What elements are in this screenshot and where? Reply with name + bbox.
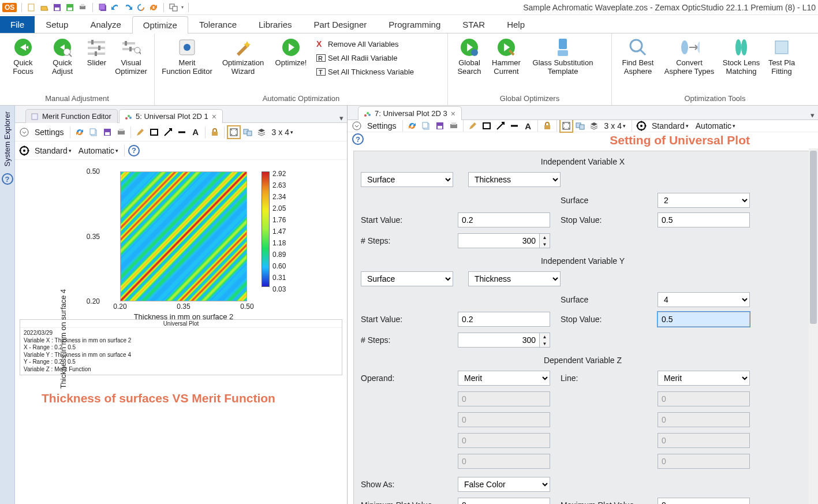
qat-saveas-icon[interactable] xyxy=(65,2,75,13)
window-icon-r[interactable] xyxy=(574,120,586,132)
save-icon[interactable] xyxy=(102,126,113,138)
max-plot-input[interactable] xyxy=(658,498,750,504)
settings-button-r[interactable]: Settings xyxy=(365,120,399,132)
fit-icon[interactable] xyxy=(228,126,240,138)
target-icon[interactable] xyxy=(18,145,30,156)
qat-refresh-icon[interactable] xyxy=(136,2,146,13)
scale-automatic-dropdown[interactable]: Automatic ▾ xyxy=(76,145,121,156)
save-icon-r[interactable] xyxy=(434,120,446,132)
rectangle-icon-r[interactable] xyxy=(481,120,492,132)
pencil-icon-r[interactable] xyxy=(467,120,479,132)
ivy-type-select[interactable]: Surface xyxy=(361,271,453,286)
dvz-operand-select[interactable]: Merit xyxy=(458,371,550,386)
scale-automatic-dropdown-r[interactable]: Automatic ▾ xyxy=(693,120,738,132)
print-icon-r[interactable] xyxy=(448,120,460,132)
stock-lens-matching-button[interactable]: Stock Lens Matching xyxy=(718,36,764,77)
menu-setup[interactable]: Setup xyxy=(35,16,79,33)
settings-collapse-icon[interactable] xyxy=(18,126,30,138)
ivx-stop-input[interactable] xyxy=(658,212,750,227)
print-icon[interactable] xyxy=(115,126,127,138)
window-icon[interactable] xyxy=(242,126,253,138)
quick-adjust-button[interactable]: Quick Adjust xyxy=(43,36,82,77)
ivx-surface-select[interactable]: 2 xyxy=(658,193,750,208)
settings-scrollbar[interactable] xyxy=(809,148,818,504)
test-plate-fitting-button[interactable]: Test Pla Fitting xyxy=(764,36,799,77)
menu-help[interactable]: Help xyxy=(496,16,536,33)
qat-undo-icon[interactable] xyxy=(110,2,121,13)
tab-universal-plot-2d-3[interactable]: 7: Universal Plot 2D 3 × xyxy=(358,106,462,120)
set-all-radii-button[interactable]: RSet All Radii Variable xyxy=(314,52,416,64)
min-plot-input[interactable] xyxy=(458,498,550,504)
menu-star[interactable]: STAR xyxy=(451,16,496,33)
refresh-icon-r[interactable] xyxy=(406,120,418,132)
menu-partdesigner[interactable]: Part Designer xyxy=(303,16,378,33)
qat-layout-icon[interactable] xyxy=(169,2,179,13)
qat-save-icon[interactable] xyxy=(52,2,62,13)
tab-uplot3-close-button[interactable]: × xyxy=(451,110,455,118)
convert-asphere-button[interactable]: Convert Asphere Types xyxy=(660,36,718,77)
menu-optimize[interactable]: Optimize xyxy=(132,16,188,33)
glass-substitution-button[interactable]: Glass Substitution Template xyxy=(525,36,600,77)
hammer-current-button[interactable]: Hammer Current xyxy=(487,36,525,77)
tab-universal-plot-2d-1[interactable]: 5: Universal Plot 2D 1 × xyxy=(119,109,223,123)
menu-libraries[interactable]: Libraries xyxy=(248,16,303,33)
system-explorer-help-icon[interactable]: ? xyxy=(2,173,13,185)
qat-saveall-icon[interactable] xyxy=(98,2,108,13)
copy-icon[interactable] xyxy=(88,126,99,138)
menu-analyze[interactable]: Analyze xyxy=(79,16,132,33)
show-as-select[interactable]: False Color xyxy=(458,477,550,492)
system-explorer-panel[interactable]: System Explorer ? xyxy=(0,106,15,504)
layers-icon-r[interactable] xyxy=(588,120,600,132)
menu-tolerance[interactable]: Tolerance xyxy=(188,16,248,33)
arrow-icon-r[interactable] xyxy=(495,120,506,132)
tab-list-dropdown-icon[interactable]: ▾ xyxy=(339,114,343,122)
slider-button[interactable]: Slider xyxy=(82,36,111,69)
rectangle-icon[interactable] xyxy=(148,126,160,138)
scale-standard-dropdown-r[interactable]: Standard ▾ xyxy=(649,120,691,132)
target-icon-r[interactable] xyxy=(636,120,647,132)
visual-optimizer-button[interactable]: Visual Optimizer xyxy=(111,36,151,77)
layers-icon[interactable] xyxy=(256,126,267,138)
grid-size-dropdown[interactable]: 3 x 4 ▾ xyxy=(270,126,296,138)
arrow-icon[interactable] xyxy=(162,126,174,138)
lock-icon[interactable] xyxy=(209,126,221,138)
ivy-steps-stepper[interactable]: ▲▼ xyxy=(458,333,550,348)
help-icon-r[interactable]: ? xyxy=(352,133,364,145)
ivy-stop-input[interactable] xyxy=(658,312,750,327)
line-icon[interactable] xyxy=(176,126,188,138)
find-best-asphere-button[interactable]: Find Best Asphere xyxy=(615,36,660,77)
settings-button[interactable]: Settings xyxy=(32,126,66,138)
qat-open-icon[interactable] xyxy=(39,2,50,13)
help-icon[interactable]: ? xyxy=(128,145,140,156)
file-menu[interactable]: File xyxy=(0,16,35,33)
qat-redo-icon[interactable] xyxy=(123,2,133,13)
ivy-param-select[interactable]: Thickness xyxy=(468,271,561,286)
line-icon-r[interactable] xyxy=(509,120,520,132)
ivx-start-input[interactable] xyxy=(458,212,550,227)
tab-merit-function-editor[interactable]: Merit Function Editor xyxy=(25,109,118,123)
qat-layout-dropdown-icon[interactable]: ▾ xyxy=(181,5,184,10)
heatmap-plot[interactable] xyxy=(120,171,247,301)
merit-function-editor-button[interactable]: Merit Function Editor xyxy=(158,36,216,77)
grid-size-dropdown-r[interactable]: 3 x 4 ▾ xyxy=(602,120,628,132)
menu-programming[interactable]: Programming xyxy=(378,16,451,33)
optimize-button[interactable]: Optimize! xyxy=(270,36,312,69)
global-search-button[interactable]: Global Search xyxy=(451,36,487,77)
lock-icon-r[interactable] xyxy=(541,120,553,132)
qat-new-icon[interactable] xyxy=(27,2,37,13)
tab-uplot1-close-button[interactable]: × xyxy=(212,113,216,121)
scale-standard-dropdown[interactable]: Standard ▾ xyxy=(32,145,74,156)
ivy-start-input[interactable] xyxy=(458,312,550,327)
set-all-thickness-button[interactable]: TSet All Thickness Variable xyxy=(314,66,416,77)
ivx-steps-stepper[interactable]: ▲▼ xyxy=(458,233,550,248)
qat-print-icon[interactable] xyxy=(77,2,88,13)
fit-icon-r[interactable] xyxy=(561,120,572,132)
text-icon[interactable]: A xyxy=(190,126,201,138)
ivx-param-select[interactable]: Thickness xyxy=(468,172,561,187)
text-icon-r[interactable]: A xyxy=(522,120,534,132)
quick-focus-button[interactable]: Quick Focus xyxy=(3,36,43,77)
settings-collapse-icon-r[interactable] xyxy=(351,120,363,132)
refresh-icon[interactable] xyxy=(74,126,85,138)
ivy-surface-select[interactable]: 4 xyxy=(658,292,750,307)
ivx-type-select[interactable]: Surface xyxy=(361,172,453,187)
